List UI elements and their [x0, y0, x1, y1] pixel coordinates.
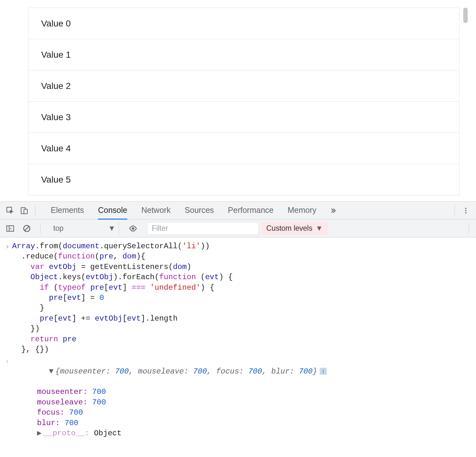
result-property[interactable]: blur: 700 — [37, 418, 327, 428]
tab-memory[interactable]: Memory — [287, 202, 316, 220]
execution-context-selector[interactable]: top ▼ — [48, 222, 119, 235]
result-property[interactable]: focus: 700 — [37, 408, 327, 418]
console-result-row[interactable]: ‹ ▼{mouseenter: 700, mouseleave: 700, fo… — [0, 355, 476, 457]
console-input-row[interactable]: › Array.from(document.querySelectorAll('… — [0, 241, 476, 355]
result-summary: {mouseenter: 700, mouseleave: 700, focus… — [55, 367, 317, 376]
divider — [40, 223, 41, 234]
chevron-down-icon: ▼ — [108, 224, 115, 233]
svg-point-3 — [465, 208, 466, 209]
divider — [35, 205, 35, 216]
page-preview: Value 0Value 1Value 2Value 3Value 4Value… — [0, 0, 476, 201]
console-input-code: Array.from(document.querySelectorAll('li… — [12, 241, 233, 355]
log-levels-selector[interactable]: Custom levels ▼ — [261, 222, 328, 235]
result-proto[interactable]: ▶__proto__: Object — [37, 428, 327, 439]
overflow-tabs-icon[interactable] — [326, 204, 340, 218]
svg-point-8 — [132, 227, 134, 229]
tab-elements[interactable]: Elements — [51, 202, 84, 220]
list-item[interactable]: Value 5 — [28, 164, 459, 195]
list-item[interactable]: Value 0 — [28, 8, 459, 39]
svg-point-4 — [465, 210, 466, 211]
divider — [469, 223, 469, 234]
kebab-menu-icon[interactable] — [459, 204, 473, 218]
devtools-tabs: ElementsConsoleNetworkSourcesPerformance… — [51, 202, 316, 220]
tab-network[interactable]: Network — [141, 202, 171, 220]
console-filter-input[interactable] — [147, 222, 259, 235]
result-properties: mouseenter: 700mouseleave: 700focus: 700… — [37, 387, 327, 439]
inspect-element-icon[interactable] — [3, 204, 17, 218]
chevron-down-icon: ▼ — [316, 224, 323, 233]
log-levels-label: Custom levels — [266, 224, 312, 233]
expand-toggle-icon[interactable]: ▶ — [37, 428, 43, 439]
console-result: ▼{mouseenter: 700, mouseleave: 700, focu… — [12, 356, 327, 457]
result-icon: ‹ — [3, 356, 12, 367]
console-output: › Array.from(document.querySelectorAll('… — [0, 237, 476, 457]
console-sidebar-toggle-icon[interactable] — [3, 221, 17, 236]
devtools-tabbar: ElementsConsoleNetworkSourcesPerformance… — [0, 202, 476, 220]
tab-performance[interactable]: Performance — [228, 202, 273, 220]
divider — [455, 205, 455, 216]
live-expression-icon[interactable] — [126, 221, 140, 236]
page-scrollbar[interactable] — [463, 8, 468, 192]
devtools-panel: ElementsConsoleNetworkSourcesPerformance… — [0, 201, 476, 457]
info-icon[interactable]: i — [320, 368, 327, 375]
page-scrollbar-thumb[interactable] — [463, 8, 468, 23]
prompt-icon: › — [3, 241, 12, 252]
value-list: Value 0Value 1Value 2Value 3Value 4Value… — [28, 8, 459, 195]
device-toolbar-icon[interactable] — [17, 204, 31, 218]
list-item[interactable]: Value 2 — [28, 70, 459, 102]
result-property[interactable]: mouseenter: 700 — [37, 387, 327, 397]
list-item[interactable]: Value 4 — [28, 133, 459, 164]
list-item[interactable]: Value 1 — [28, 39, 459, 70]
execution-context-label: top — [53, 224, 63, 233]
console-toolbar: top ▼ Custom levels ▼ — [0, 220, 476, 237]
svg-point-5 — [465, 212, 466, 214]
svg-rect-2 — [24, 209, 27, 214]
list-item[interactable]: Value 3 — [28, 102, 459, 133]
tab-console[interactable]: Console — [98, 202, 127, 220]
result-property[interactable]: mouseleave: 700 — [37, 397, 327, 408]
clear-console-icon[interactable] — [20, 221, 34, 236]
expand-toggle-icon[interactable]: ▼ — [49, 366, 55, 377]
tab-sources[interactable]: Sources — [185, 202, 214, 220]
